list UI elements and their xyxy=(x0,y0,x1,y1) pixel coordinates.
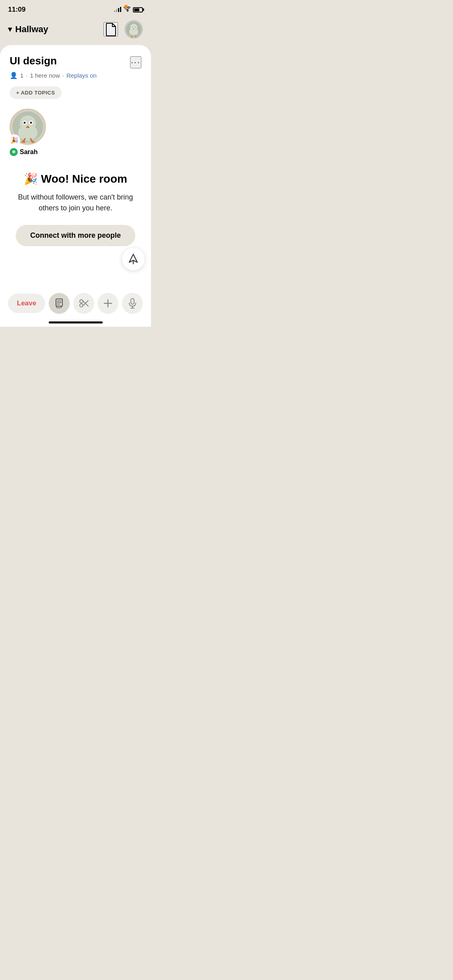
member-count: 1 xyxy=(20,72,23,79)
file-icon xyxy=(105,23,116,36)
orange-dot-indicator xyxy=(124,5,128,8)
snowflake-icon: ✳ xyxy=(12,149,16,155)
celebration-title-text: Woo! Nice room xyxy=(41,173,127,185)
snowflake-badge: ✳ xyxy=(10,148,18,156)
send-icon xyxy=(128,253,138,265)
person-icon: 👤 xyxy=(10,72,18,79)
nav-bar: ▼ Hallway xyxy=(0,17,151,45)
celebration-emoji: 🎉 xyxy=(24,173,38,185)
leave-button[interactable]: Leave xyxy=(8,294,45,313)
svg-point-6 xyxy=(135,27,136,27)
plus-icon xyxy=(103,299,112,308)
status-bar: 11:09 xyxy=(0,0,151,17)
connect-button[interactable]: Connect with more people xyxy=(16,225,135,246)
room-header: UI design ··· xyxy=(10,55,141,68)
note-icon xyxy=(54,298,64,309)
celebration-title: 🎉 Woo! Nice room xyxy=(14,172,137,185)
add-button[interactable] xyxy=(97,293,118,314)
svg-point-2 xyxy=(130,24,137,31)
room-title: UI design xyxy=(10,55,57,67)
svg-point-17 xyxy=(24,122,26,124)
dot-separator-2: · xyxy=(62,72,64,79)
scissors-icon xyxy=(79,298,89,309)
home-indicator xyxy=(49,321,103,323)
status-time: 11:09 xyxy=(8,6,25,14)
user-name-row: ✳ Sarah xyxy=(10,148,37,156)
status-icons xyxy=(114,6,143,13)
send-button[interactable] xyxy=(122,248,145,270)
bottom-toolbar: Leave xyxy=(0,286,151,327)
add-topics-label: + ADD TOPICS xyxy=(16,90,55,96)
celebration-section: 🎉 Woo! Nice room But without followers, … xyxy=(10,172,141,246)
celebration-body: But without followers, we can't bring ot… xyxy=(14,192,137,214)
back-button[interactable]: ▼ Hallway xyxy=(6,24,48,35)
users-section: 🎉 ✳ Sarah xyxy=(10,109,141,156)
battery-icon xyxy=(133,7,143,12)
party-badge: 🎉 xyxy=(9,134,20,146)
svg-point-18 xyxy=(30,122,32,124)
scissors-button[interactable] xyxy=(73,293,94,314)
note-button[interactable] xyxy=(49,293,70,314)
here-now-label: 1 here now xyxy=(30,72,60,79)
nav-title: Hallway xyxy=(15,24,48,35)
replays-link[interactable]: Replays on xyxy=(66,72,97,79)
user-name: Sarah xyxy=(20,148,37,156)
svg-point-14 xyxy=(20,115,36,132)
user-avatar-nav[interactable] xyxy=(124,20,143,39)
svg-rect-36 xyxy=(131,299,134,304)
bird-nav-icon xyxy=(126,21,142,37)
add-topics-button[interactable]: + ADD TOPICS xyxy=(10,86,62,99)
mic-button[interactable] xyxy=(122,293,143,314)
signal-icon xyxy=(114,7,121,12)
more-options-button[interactable]: ··· xyxy=(130,56,141,68)
back-arrow-icon: ▼ xyxy=(6,25,14,34)
party-emoji: 🎉 xyxy=(10,136,19,144)
nav-actions xyxy=(103,20,143,39)
dot-separator-1: · xyxy=(26,72,27,79)
main-card: UI design ··· 👤 1 · 1 here now · Replays… xyxy=(0,45,151,327)
file-button[interactable] xyxy=(103,22,118,37)
user-avatar-container: 🎉 xyxy=(10,109,46,145)
mic-icon xyxy=(128,298,137,309)
room-meta: 👤 1 · 1 here now · Replays on xyxy=(10,72,141,79)
svg-point-5 xyxy=(132,27,133,27)
